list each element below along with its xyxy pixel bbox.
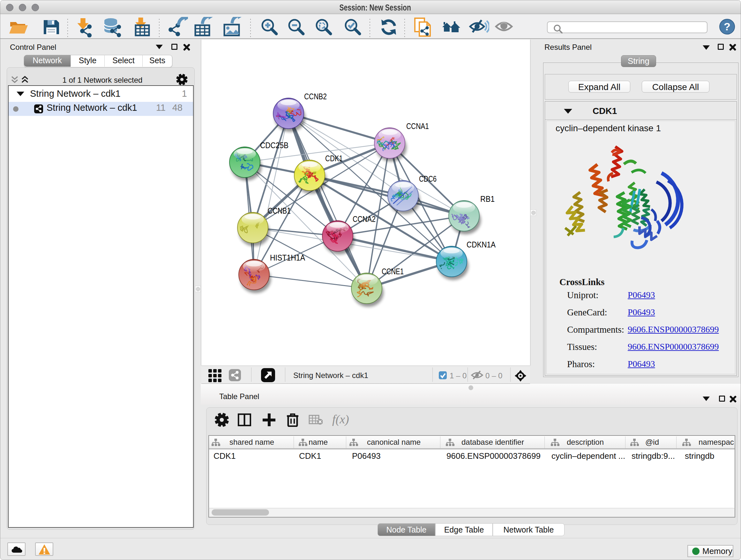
svg-text:CCNB2: CCNB2 — [304, 91, 327, 101]
svg-text:CCNE1: CCNE1 — [382, 266, 404, 276]
svg-text:CDKN1A: CDKN1A — [467, 240, 496, 249]
svg-text:CCNA1: CCNA1 — [406, 121, 429, 131]
svg-text:CDC6: CDC6 — [419, 174, 436, 184]
svg-text:CDK1: CDK1 — [325, 153, 343, 163]
svg-text:CDC25B: CDC25B — [260, 140, 288, 150]
svg-text:CCNB1: CCNB1 — [268, 206, 291, 215]
svg-text:RB1: RB1 — [480, 194, 495, 204]
svg-text:HIST1H1A: HIST1H1A — [270, 253, 306, 262]
svg-text:CCNA2: CCNA2 — [353, 214, 376, 224]
